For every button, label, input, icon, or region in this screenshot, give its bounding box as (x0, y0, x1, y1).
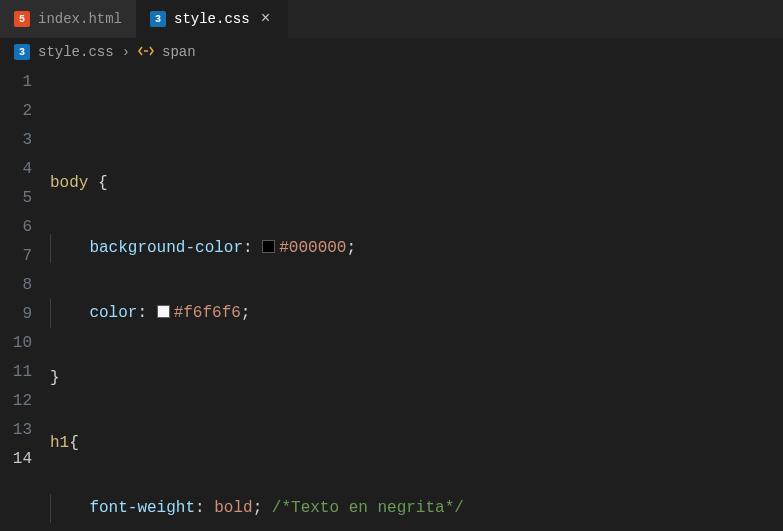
html5-icon: 5 (14, 11, 30, 27)
code-line[interactable]: background-color: #000000; (50, 234, 783, 263)
code-line[interactable]: h1{ (50, 429, 783, 458)
tab-index-html[interactable]: 5 index.html (0, 0, 136, 38)
chevron-right-icon: › (122, 44, 130, 60)
code-line[interactable]: color: #f6f6f6; (50, 299, 783, 328)
code-area[interactable]: body { background-color: #000000; color:… (50, 68, 783, 531)
tab-label: style.css (174, 11, 250, 27)
code-line[interactable]: font-weight: bold; /*Texto en negrita*/ (50, 494, 783, 523)
close-icon[interactable]: × (258, 10, 274, 28)
tab-bar: 5 index.html 3 style.css × (0, 0, 783, 38)
tab-label: index.html (38, 11, 122, 27)
symbol-rule-icon (138, 44, 154, 60)
css3-icon: 3 (14, 44, 30, 60)
code-line[interactable]: } (50, 364, 783, 393)
color-swatch[interactable] (262, 240, 275, 253)
code-line[interactable]: body { (50, 169, 783, 198)
code-line[interactable] (50, 104, 783, 133)
code-editor[interactable]: 1 2 3 4 5 6 7 8 9 10 11 12 13 14 body { … (0, 66, 783, 531)
line-number-gutter: 1 2 3 4 5 6 7 8 9 10 11 12 13 14 (0, 68, 50, 531)
breadcrumb-symbol: span (162, 44, 196, 60)
color-swatch[interactable] (157, 305, 170, 318)
breadcrumb-file: style.css (38, 44, 114, 60)
tab-style-css[interactable]: 3 style.css × (136, 0, 288, 38)
css3-icon: 3 (150, 11, 166, 27)
breadcrumb[interactable]: 3 style.css › span (0, 38, 783, 66)
